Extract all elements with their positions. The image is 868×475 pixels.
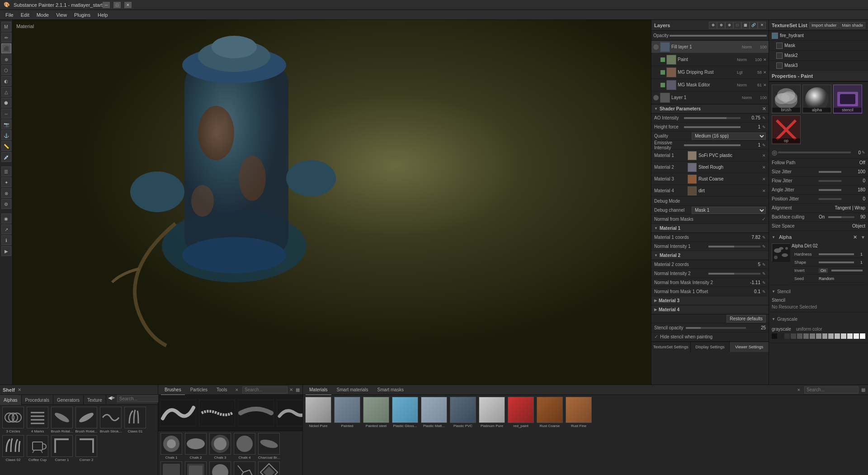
swatch-3[interactable] [791, 333, 796, 339]
close-button[interactable]: ✕ [124, 2, 132, 8]
flow-jitter-slider[interactable] [819, 180, 841, 182]
normal-intensity2-edit[interactable]: ✎ [762, 271, 766, 276]
mat-item-painted-steel[interactable]: Painted steel [363, 397, 390, 428]
brush-opacity-edit[interactable]: ✎ [862, 150, 865, 155]
emissive-slider[interactable] [684, 144, 741, 146]
brush-item[interactable]: Concrete [160, 461, 183, 475]
shelf-item[interactable]: 3 Circles [2, 407, 24, 433]
menu-plugins[interactable]: Plugins [71, 11, 94, 19]
layer-remove-btn[interactable]: ✕ [763, 70, 767, 75]
tool-fx[interactable]: ✦ [1, 177, 11, 187]
normal-intensity1-edit[interactable]: ✎ [762, 244, 766, 249]
brushes-close-btn[interactable]: ✕ [235, 388, 239, 392]
swatch-2[interactable] [784, 333, 790, 339]
brush-item[interactable]: Chalk 4 [233, 433, 256, 460]
layers-btn3[interactable]: ⊕ [725, 22, 733, 29]
stroke-chalk1[interactable] [160, 399, 196, 427]
ao-intensity-slider[interactable] [684, 117, 741, 119]
tool-measure[interactable]: 📏 [1, 141, 11, 151]
layer-mg-dripping[interactable]: MG Dripping Rust Lgt 58 ✕ [651, 66, 769, 79]
material4-section-header[interactable]: ▶ Material 4 [651, 305, 769, 314]
textureset-settings-tab[interactable]: TextureSet Settings [651, 342, 691, 352]
tool-material[interactable]: M [1, 22, 11, 32]
brush-item[interactable]: Crystal [258, 461, 280, 475]
tool-render[interactable]: ◉ [1, 214, 11, 223]
normal-from-mask-intensity2-edit[interactable]: ✎ [762, 280, 766, 285]
position-jitter-slider[interactable] [819, 198, 841, 200]
material1-coords-edit[interactable]: ✎ [762, 235, 766, 240]
brushes-tab-tools[interactable]: Tools [213, 385, 231, 395]
mat-tab-materials[interactable]: Materials [306, 385, 331, 395]
swatch-11[interactable] [841, 333, 846, 339]
quality-select[interactable]: Medium (16 spp) Low (4 spp) High (64 spp… [692, 133, 766, 140]
maximize-button[interactable]: □ [113, 2, 121, 8]
shelf-item[interactable]: Brush Strok... [99, 407, 122, 433]
main-shader-button[interactable]: Main shade [840, 22, 865, 28]
invert-slider[interactable] [831, 270, 863, 271]
material2-section-header[interactable]: ▼ Material 2 [651, 251, 769, 260]
swatch-10[interactable] [835, 333, 840, 339]
mat-tab-smart-masks[interactable]: Smart masks [374, 385, 407, 395]
swatch-5[interactable] [803, 333, 809, 339]
tool-camera[interactable]: 📷 [1, 119, 11, 129]
mat-item-rust-coarse[interactable]: Rust Coarse [536, 397, 563, 428]
height-force-edit-btn[interactable]: ✎ [762, 125, 766, 129]
layer-paint[interactable]: Paint Norm 100 ✕ [651, 53, 769, 66]
shelf-item[interactable]: Coffee Cup [26, 435, 49, 462]
shelf-close-btn[interactable]: ✕ [18, 387, 21, 392]
menu-help[interactable]: Help [94, 11, 112, 19]
menu-file[interactable]: File [2, 11, 17, 19]
alpha-thumbnail[interactable] [772, 243, 790, 261]
tool-smudge[interactable]: ◐ [1, 76, 11, 86]
tool-erase[interactable]: ⬛ [1, 43, 11, 53]
brushes-tab-brushes[interactable]: Brushes [161, 385, 185, 395]
shelf-item[interactable]: Corner 2 [75, 435, 98, 462]
display-settings-tab[interactable]: Display Settings [691, 342, 730, 352]
swatch-12[interactable] [847, 333, 853, 339]
shelf-arrow-prev[interactable]: ◀ [108, 395, 112, 404]
tool-layers[interactable]: ☰ [1, 166, 11, 176]
material3-remove[interactable]: ✕ [762, 177, 766, 181]
swatch-black[interactable] [772, 333, 777, 339]
brush-item[interactable]: Chalk 3 [209, 433, 231, 460]
tool-anchor[interactable]: ⚓ [1, 130, 11, 140]
material3-section-header[interactable]: ▶ Material 3 [651, 296, 769, 305]
mat-item-red-paint[interactable]: red_paint [507, 397, 534, 428]
stroke-chalk2[interactable] [199, 399, 235, 427]
material3-thumb[interactable] [688, 175, 697, 184]
tool-settings[interactable]: ⚙ [1, 199, 11, 209]
materials-close-btn[interactable]: ✕ [797, 388, 801, 392]
tool-picker[interactable]: 💉 [1, 152, 11, 162]
layers-btn4[interactable]: □ [733, 22, 741, 29]
mat-item-plastic-gloss[interactable]: Plastic Gloss... [392, 397, 419, 428]
brush-item[interactable]: Chalk 1 [160, 433, 183, 460]
material2-coords-edit[interactable]: ✎ [762, 262, 766, 267]
swatch-8[interactable] [822, 333, 828, 339]
mat-item-rust-fine[interactable]: Rust Fine [565, 397, 592, 428]
brush-preview-smoke[interactable]: brush [772, 85, 801, 114]
brushes-grid-toggle[interactable]: ▦ [296, 387, 300, 392]
backface-angle-slider[interactable] [828, 216, 854, 218]
shelf-item[interactable]: Brush Rotat... [75, 407, 98, 433]
tool-paint[interactable]: ✏ [1, 33, 11, 43]
brush-preview-stencil[interactable]: stencil [833, 85, 862, 114]
viewport[interactable]: Material [13, 20, 651, 385]
shelf-tab-generators[interactable]: Generators [53, 395, 84, 405]
material2-remove[interactable]: ✕ [762, 165, 766, 170]
debug-channel-select[interactable]: Mask 1 [692, 207, 766, 214]
tool-bake[interactable]: ⊗ [1, 188, 11, 198]
layer-remove-btn[interactable]: ✕ [763, 57, 767, 62]
stroke-chalk4[interactable] [277, 399, 302, 427]
material4-remove[interactable]: ✕ [762, 189, 766, 193]
brushes-search-clear[interactable]: ✕ [289, 387, 293, 392]
mat-item-plastic-pvc[interactable]: Plastic PVC [449, 397, 476, 428]
restore-defaults-button[interactable]: Restore defaults [726, 315, 766, 323]
shelf-arrow-next[interactable]: ▶ [112, 395, 115, 404]
swatch-4[interactable] [797, 333, 802, 339]
brush-preview-op[interactable]: op [772, 115, 801, 144]
textureset-mask[interactable]: Mask [769, 41, 868, 51]
normal-intensity2-slider[interactable] [708, 273, 761, 275]
mat-tab-smart-materials[interactable]: Smart materials [333, 385, 372, 395]
stencil-opacity-slider[interactable] [686, 327, 746, 329]
layers-btn6[interactable]: 🔗 [750, 22, 758, 29]
